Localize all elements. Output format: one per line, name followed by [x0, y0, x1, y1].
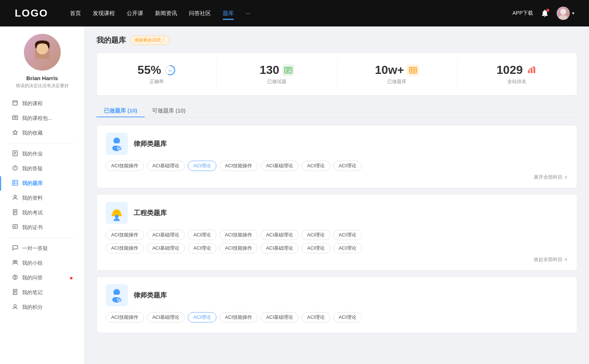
bank-tags-lawyer: ACI技能操作 ACI基础理论 ACI理论 ACI技能操作 ACI基础理论 AC… [106, 161, 568, 171]
svg-rect-46 [409, 67, 417, 73]
tag-lawyer2-6[interactable]: ACI理论 [333, 312, 362, 322]
sidebar-item-profile2[interactable]: 我的资料 [0, 191, 84, 206]
page-title: 我的题库 [96, 35, 126, 45]
nav-item-qa[interactable]: 问答社区 [189, 8, 211, 18]
sidebar-item-collect[interactable]: 我的收藏 [0, 126, 84, 140]
tag-lawyer2-1[interactable]: ACI基础理论 [147, 312, 185, 322]
tag-eng-r1-4[interactable]: ACI基础理论 [261, 230, 299, 240]
oneonone-icon [12, 245, 18, 252]
stat-done-banks-value: 10w+ [375, 63, 404, 77]
nav-item-mooc[interactable]: 公开课 [127, 8, 143, 18]
expand-lawyer-link[interactable]: 展开全部科目 ∨ [106, 174, 568, 181]
homework-icon [12, 150, 18, 158]
global-rank-icon [526, 64, 537, 76]
collapse-engineering-link[interactable]: 收起全部科目 ∧ [106, 256, 568, 263]
tab-available-banks[interactable]: 可做题库 (10) [145, 104, 193, 117]
tag-eng-r2-6[interactable]: ACI理论 [333, 243, 362, 253]
tag-lawyer2-0[interactable]: ACI技能操作 [106, 312, 144, 322]
svg-rect-54 [533, 67, 535, 73]
app-download-link[interactable]: APP下载 [512, 10, 533, 17]
tag-lawyer2-2[interactable]: ACI理论 [188, 312, 216, 322]
logo: LOGO [15, 7, 48, 19]
tag-eng-r1-6[interactable]: ACI理论 [333, 230, 362, 240]
sidebar-item-qa-mine[interactable]: ? 我的答疑 [0, 161, 84, 176]
svg-rect-53 [530, 69, 532, 73]
sidebar-item-homework[interactable]: 我的作业 [0, 147, 84, 161]
sidebar-item-bank[interactable]: 我的题库 [0, 176, 84, 191]
sidebar-item-homework-label: 我的作业 [22, 151, 73, 157]
svg-marker-11 [13, 130, 17, 135]
tag-eng-r2-2[interactable]: ACI理论 [188, 243, 216, 253]
tag-eng-r2-0[interactable]: ACI技能操作 [106, 243, 144, 253]
bank-section-engineering: 工程类题库 ACI技能操作 ACI基础理论 ACI理论 ACI技能操作 ACI基… [96, 194, 577, 271]
sidebar-item-myqa[interactable]: 我的问答 [0, 271, 84, 285]
profile-avatar [24, 34, 61, 71]
stat-done-questions: 130 已做试题 [217, 60, 337, 88]
stat-correct-rate: 55% 55 正确率 [97, 60, 217, 88]
chevron-down-icon: ▾ [572, 11, 574, 16]
done-banks-icon [407, 64, 419, 76]
tag-eng-r1-0[interactable]: ACI技能操作 [106, 230, 144, 240]
sidebar-item-notes[interactable]: 我的笔记 [0, 285, 84, 300]
sidebar-item-group[interactable]: 我的小组 [0, 256, 84, 271]
stat-done-banks-label: 已做题库 [387, 78, 406, 85]
nav-item-home[interactable]: 首页 [70, 8, 81, 18]
sidebar-item-collect-label: 我的收藏 [22, 130, 73, 136]
bank-title-lawyer: 律师类题库 [134, 139, 167, 148]
tag-eng-r2-5[interactable]: ACI理论 [301, 243, 330, 253]
nav-item-bank[interactable]: 题库 [223, 8, 234, 18]
user-avatar-menu[interactable]: ▾ [557, 7, 574, 20]
tag-lawyer2-3[interactable]: ACI技能操作 [219, 312, 258, 322]
sidebar-item-oneonone[interactable]: 一对一答疑 [0, 241, 84, 256]
tag-lawyer-4[interactable]: ACI基础理论 [261, 161, 299, 171]
tag-lawyer-1[interactable]: ACI基础理论 [147, 161, 185, 171]
svg-rect-27 [13, 225, 17, 228]
main-content: 我的题库 体验剩余23天！ 55% 55 正确率 [85, 26, 589, 364]
sidebar-item-notes-label: 我的笔记 [22, 289, 73, 296]
tag-lawyer-0[interactable]: ACI技能操作 [106, 161, 144, 171]
tag-eng-r1-3[interactable]: ACI技能操作 [219, 230, 258, 240]
svg-point-55 [113, 138, 120, 144]
tag-lawyer-2[interactable]: ACI理论 [188, 161, 216, 171]
notification-dot [546, 9, 549, 12]
bank-section-lawyer: 律师类题库 ACI技能操作 ACI基础理论 ACI理论 ACI技能操作 ACI基… [96, 125, 577, 188]
nav-item-news[interactable]: 新闻资讯 [155, 8, 177, 18]
sidebar-item-exam-label: 我的考试 [22, 210, 73, 216]
tag-lawyer-5[interactable]: ACI理论 [301, 161, 330, 171]
sidebar-item-cert[interactable]: 我的证书 [0, 220, 84, 235]
notification-bell[interactable] [540, 9, 549, 18]
tag-eng-r1-1[interactable]: ACI基础理论 [147, 230, 185, 240]
qa-icon: ? [12, 165, 18, 172]
tag-eng-r1-5[interactable]: ACI理论 [301, 230, 330, 240]
tag-eng-r1-2[interactable]: ACI理论 [188, 230, 216, 240]
tag-lawyer-6[interactable]: ACI理论 [333, 161, 362, 171]
svg-point-62 [113, 289, 120, 296]
page-body: Brian Harris 错误的决定比没有决定要好 我的课程 我的课程包... … [0, 26, 589, 364]
group-icon [12, 260, 18, 267]
stat-done-questions-value: 130 [260, 63, 279, 77]
nav-item-discover[interactable]: 发现课程 [93, 8, 115, 18]
bank-icon [12, 180, 18, 187]
sidebar-item-points[interactable]: 我的积分 [0, 300, 84, 315]
sidebar-divider-1 [8, 143, 76, 144]
tag-lawyer2-4[interactable]: ACI基础理论 [261, 312, 299, 322]
done-questions-icon [282, 64, 294, 76]
stats-row: 55% 55 正确率 130 [96, 53, 577, 96]
bank-title-lawyer2: 律师类题库 [134, 291, 167, 300]
course-icon [12, 100, 18, 107]
tag-eng-r2-1[interactable]: ACI基础理论 [147, 243, 185, 253]
sidebar-item-course-pkg[interactable]: 我的课程包... [0, 111, 84, 126]
sidebar-item-profile2-label: 我的资料 [22, 195, 73, 201]
sidebar-item-exam[interactable]: 我的考试 [0, 206, 84, 220]
tag-eng-r2-4[interactable]: ACI基础理论 [261, 243, 299, 253]
tag-eng-r2-3[interactable]: ACI技能操作 [219, 243, 258, 253]
sidebar-divider-2 [8, 238, 76, 238]
tab-done-banks[interactable]: 已做题库 (10) [96, 104, 145, 117]
bank-tags-lawyer2: ACI技能操作 ACI基础理论 ACI理论 ACI技能操作 ACI基础理论 AC… [106, 312, 568, 322]
sidebar-item-course[interactable]: 我的课程 [0, 96, 84, 111]
svg-point-30 [13, 261, 15, 263]
tag-lawyer2-5[interactable]: ACI理论 [301, 312, 330, 322]
tag-lawyer-3[interactable]: ACI技能操作 [219, 161, 258, 171]
nav-item-more[interactable]: ··· [246, 8, 250, 18]
myqa-notif-dot [70, 277, 73, 279]
